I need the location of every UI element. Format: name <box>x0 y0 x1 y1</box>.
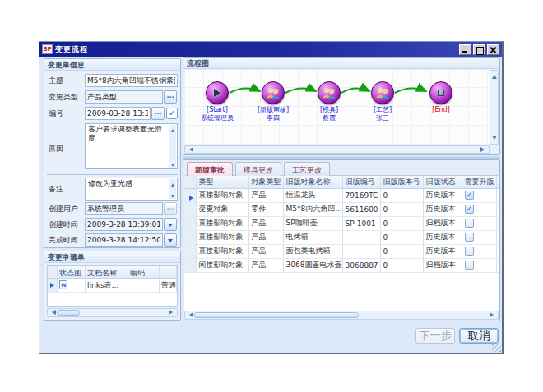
scroll-right-icon[interactable] <box>169 310 177 316</box>
node-label: [End] <box>412 106 470 114</box>
code-cell <box>128 279 160 293</box>
scroll-right-icon[interactable] <box>481 147 489 153</box>
end-icon <box>438 90 444 96</box>
table-row[interactable]: 直接影响对象产品 面包类电烤箱 0历史版本 <box>184 244 499 258</box>
table-row[interactable]: 直接影响对象产品 恒温龙头79169TC 0历史版本 <box>184 188 499 202</box>
col-doc-name[interactable]: 文档名称 <box>86 266 128 278</box>
scroll-right-icon[interactable] <box>490 312 498 318</box>
node-label: [模具] <box>300 106 358 114</box>
create-time-row: 创建时间 <box>47 217 178 233</box>
remark-scrollbar[interactable] <box>169 179 176 199</box>
table-header-row: 类型 对象类型 旧版对象名称 旧版编号 旧版版本号 旧版状态 需要升版 新版 <box>184 176 499 188</box>
maximize-icon[interactable] <box>473 44 485 55</box>
node-user: 系统管理员 <box>188 114 246 122</box>
scroll-thumb[interactable] <box>194 312 359 318</box>
col-type[interactable]: 类型 <box>196 176 248 188</box>
cancel-button[interactable]: 取消 <box>459 328 499 344</box>
finish-time-row: 完成时间 <box>47 233 178 248</box>
remark-text: 修改为亚光感 <box>88 179 132 187</box>
col-old-status[interactable]: 旧版状态 <box>423 176 462 188</box>
subject-row: 主题 <box>47 73 178 90</box>
table-row[interactable]: 间接影响对象产品 3068圆盖电水壶3068887 0归档版本 <box>184 258 499 272</box>
scroll-down-icon[interactable] <box>170 161 176 167</box>
col-need-upgrade[interactable]: 需要升版 <box>462 176 496 188</box>
need-upgrade-checkbox[interactable] <box>465 247 474 256</box>
scroll-up-icon[interactable] <box>170 126 176 131</box>
tab-new-version-approval[interactable]: 新版审批 <box>187 162 233 176</box>
splitter[interactable] <box>183 156 500 159</box>
change-type-input[interactable] <box>85 90 163 104</box>
create-user-row: 创建用户 ... <box>47 201 178 217</box>
change-type-row: 变更类型 ... <box>47 90 178 106</box>
title-bar[interactable]: SP 变更流程 <box>39 42 502 57</box>
scroll-thumb[interactable] <box>57 310 80 316</box>
node-user: 蔡霞 <box>300 114 358 122</box>
subject-input[interactable] <box>85 74 178 87</box>
col-code[interactable]: 编码 <box>128 266 160 278</box>
change-order-info-panel: 变更单信息 主题 变更类型 ... 编号 ... 原因 客户要求调整表面光滑度 <box>44 58 181 248</box>
approvers-icon <box>374 86 391 99</box>
number-browse-button[interactable]: ... <box>151 107 165 120</box>
number-checkbox[interactable] <box>166 108 178 119</box>
scroll-left-icon[interactable] <box>185 147 193 153</box>
finish-time-dropdown-icon[interactable] <box>164 233 177 247</box>
scroll-up-icon[interactable] <box>170 180 176 186</box>
need-upgrade-checkbox[interactable] <box>465 191 474 200</box>
need-upgrade-checkbox[interactable] <box>465 233 474 242</box>
flow-node-craft[interactable]: [工艺] 张三 <box>354 81 411 122</box>
table-row[interactable]: 变更对象零件 M5*8内六角凹...5611600 0历史版本 M5*8 <box>184 202 499 216</box>
flow-node-mold[interactable]: [模具] 蔡霞 <box>300 81 358 122</box>
col-new-version[interactable]: 新版 <box>496 176 499 188</box>
flow-node-start[interactable]: [Start] 系统管理员 <box>188 81 246 122</box>
flow-chart-panel: 流程图 [Start] 系统管理员 <box>183 57 500 155</box>
create-time-input[interactable] <box>85 218 163 231</box>
table-row[interactable]: 直接影响对象产品 电烤箱 0历史版本 <box>184 230 499 244</box>
finish-time-input[interactable] <box>85 233 163 247</box>
change-request-panel: 变更申请单 状态图 文档名称 编码 links表... 普通 <box>44 251 181 321</box>
remark-textarea[interactable]: 修改为亚光感 <box>85 178 178 201</box>
resize-grip[interactable] <box>492 343 501 352</box>
row-indicator-icon <box>48 279 58 293</box>
tab-mold-change[interactable]: 模具更改 <box>235 162 281 176</box>
flow-node-review[interactable]: [新版审核] 李四 <box>244 81 302 122</box>
app-icon: SP <box>42 44 53 54</box>
need-upgrade-checkbox[interactable] <box>465 205 474 214</box>
node-user: 李四 <box>244 114 302 122</box>
flow-hscrollbar[interactable] <box>184 145 490 154</box>
minimize-icon[interactable] <box>459 44 471 55</box>
create-user-browse-button[interactable]: ... <box>164 202 177 215</box>
node-label: [新版审核] <box>244 106 302 114</box>
request-table-row[interactable]: links表... 普通 <box>48 279 177 293</box>
flow-node-end[interactable]: [End] <box>412 81 470 114</box>
flow-chart-canvas[interactable]: [Start] 系统管理员 [新版审核] 李四 <box>184 70 490 145</box>
detail-panel: 新版审批 模具更改 工艺更改 类型 对象类型 旧版对象名称 旧版编号 旧版版本号… <box>183 159 500 321</box>
reason-textarea[interactable]: 客户要求调整表面光滑度 <box>85 123 178 169</box>
reason-scrollbar[interactable] <box>169 125 176 168</box>
change-type-browse-button[interactable]: ... <box>164 90 177 104</box>
col-object-type[interactable]: 对象类型 <box>248 176 283 188</box>
remark-row: 备注 修改为亚光感 <box>47 177 178 201</box>
table-row[interactable]: 直接影响对象产品 SP咖啡壶SP-1001 0归档版本 SP咖 <box>184 216 499 230</box>
flow-chart-title: 流程图 <box>183 58 499 69</box>
next-step-button[interactable]: 下一步 <box>415 328 455 344</box>
need-upgrade-checkbox[interactable] <box>465 261 474 270</box>
scroll-left-icon[interactable] <box>48 310 55 316</box>
word-doc-icon <box>59 280 67 289</box>
request-table-hscrollbar[interactable] <box>47 308 178 317</box>
create-time-dropdown-icon[interactable] <box>164 218 177 231</box>
scroll-down-icon[interactable] <box>170 192 176 198</box>
col-old-number[interactable]: 旧版编号 <box>342 176 380 188</box>
start-icon <box>214 89 225 97</box>
col-old-version[interactable]: 旧版版本号 <box>380 176 423 188</box>
col-status-icon[interactable]: 状态图 <box>58 266 86 278</box>
create-user-input[interactable] <box>85 202 163 215</box>
detail-table-hscrollbar[interactable] <box>184 311 499 320</box>
flow-vscrollbar[interactable] <box>490 70 499 145</box>
close-icon[interactable] <box>487 44 499 55</box>
number-input[interactable] <box>85 107 151 120</box>
level-cell: 普通 <box>160 279 177 293</box>
scroll-left-icon[interactable] <box>185 312 193 318</box>
need-upgrade-checkbox[interactable] <box>465 219 474 228</box>
col-old-object-name[interactable]: 旧版对象名称 <box>283 176 342 188</box>
tab-craft-change[interactable]: 工艺更改 <box>284 162 330 176</box>
